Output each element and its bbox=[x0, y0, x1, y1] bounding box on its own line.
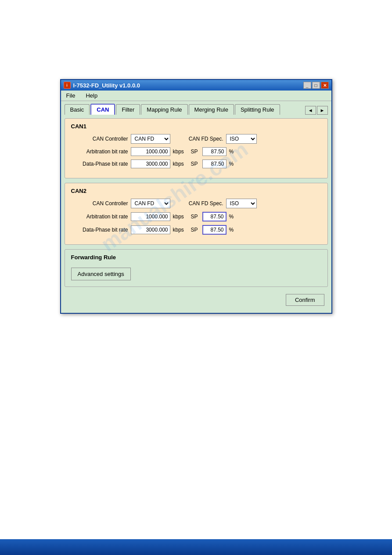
can1-dp-sp-unit: % bbox=[229, 161, 234, 167]
menu-help[interactable]: Help bbox=[84, 92, 99, 99]
content-area: CAN1 CAN Controller CAN FD CAN FD Spec. … bbox=[61, 115, 331, 313]
forwarding-title: Forwarding Rule bbox=[71, 254, 321, 261]
bottom-bar bbox=[0, 539, 392, 555]
can1-fd-spec-select[interactable]: ISO bbox=[226, 134, 257, 144]
can1-data-phase-row: Data-Phase bit rate kbps SP % bbox=[71, 160, 321, 168]
can2-dp-sp-unit: % bbox=[229, 227, 234, 233]
can2-controller-select[interactable]: CAN FD bbox=[131, 199, 170, 208]
restore-button[interactable]: □ bbox=[312, 82, 320, 89]
can1-controller-select[interactable]: CAN FD bbox=[131, 134, 170, 144]
can1-arbitration-row: Arbitration bit rate kbps SP % bbox=[71, 147, 321, 156]
advanced-settings-button[interactable]: Advanced settings bbox=[71, 268, 131, 280]
minimize-button[interactable]: _ bbox=[303, 82, 311, 89]
can2-data-phase-row: Data-Phase bit rate kbps SP % bbox=[71, 225, 321, 235]
can2-arbitration-unit: kbps bbox=[173, 214, 188, 220]
can1-controller-row: CAN Controller CAN FD CAN FD Spec. ISO bbox=[71, 134, 321, 144]
tab-can[interactable]: CAN bbox=[90, 104, 115, 115]
tab-mapping-rule[interactable]: Mapping Rule bbox=[141, 104, 187, 115]
tab-bar: Basic CAN Filter Mapping Rule Merging Ru… bbox=[61, 101, 331, 115]
tab-basic[interactable]: Basic bbox=[65, 104, 90, 115]
can1-arbitration-input[interactable] bbox=[131, 147, 170, 156]
can2-fd-spec-select[interactable]: ISO bbox=[226, 199, 257, 208]
can2-controller-row: CAN Controller CAN FD CAN FD Spec. ISO bbox=[71, 199, 321, 208]
can1-dp-sp-input[interactable] bbox=[202, 160, 227, 168]
tab-prev-button[interactable]: ◄ bbox=[305, 106, 316, 115]
can1-fd-spec-label: CAN FD Spec. bbox=[186, 136, 223, 142]
menu-file[interactable]: File bbox=[65, 92, 77, 99]
menu-bar: File Help bbox=[61, 91, 331, 101]
can2-data-phase-input[interactable] bbox=[131, 225, 170, 234]
tab-filter[interactable]: Filter bbox=[116, 104, 140, 115]
window-icon: i bbox=[64, 82, 71, 89]
confirm-button[interactable]: Confirm bbox=[286, 294, 324, 306]
can2-arbitration-label: Arbitration bit rate bbox=[71, 214, 128, 220]
can1-arb-sp-unit: % bbox=[229, 149, 234, 155]
can1-controller-label: CAN Controller bbox=[71, 136, 128, 142]
tab-splitting-rule[interactable]: Splitting Rule bbox=[235, 104, 280, 115]
close-button[interactable]: ✕ bbox=[321, 82, 329, 89]
can2-dp-sp-label: SP bbox=[191, 227, 200, 233]
title-buttons: _ □ ✕ bbox=[303, 82, 329, 89]
main-window: i I-7532-FD_Utility v1.0.0.0 _ □ ✕ File … bbox=[60, 79, 332, 314]
can1-section: CAN1 CAN Controller CAN FD CAN FD Spec. … bbox=[65, 118, 328, 178]
can1-data-phase-label: Data-Phase bit rate bbox=[71, 161, 128, 167]
confirm-row: Confirm bbox=[65, 291, 328, 309]
title-bar-left: i I-7532-FD_Utility v1.0.0.0 bbox=[64, 82, 140, 89]
can2-controller-label: CAN Controller bbox=[71, 200, 128, 207]
can2-arbitration-row: Arbitration bit rate kbps SP % bbox=[71, 212, 321, 221]
forwarding-section: Forwarding Rule Advanced settings bbox=[65, 249, 328, 287]
tab-merging-rule[interactable]: Merging Rule bbox=[189, 104, 234, 115]
can1-arbitration-unit: kbps bbox=[173, 149, 188, 155]
can1-arbitration-label: Arbitration bit rate bbox=[71, 149, 128, 155]
can2-arbitration-input[interactable] bbox=[131, 212, 170, 221]
can2-dp-sp-input[interactable] bbox=[202, 225, 227, 235]
can1-arb-sp-input[interactable] bbox=[202, 147, 227, 156]
can2-section: CAN2 CAN Controller CAN FD CAN FD Spec. … bbox=[65, 183, 328, 245]
can2-title: CAN2 bbox=[71, 188, 321, 194]
tab-next-button[interactable]: ► bbox=[317, 106, 328, 115]
can2-arb-sp-input[interactable] bbox=[202, 212, 227, 221]
can1-data-phase-input[interactable] bbox=[131, 160, 170, 168]
window-title: I-7532-FD_Utility v1.0.0.0 bbox=[73, 82, 140, 89]
can1-data-phase-unit: kbps bbox=[173, 161, 188, 167]
tab-nav: ◄ ► bbox=[305, 106, 328, 115]
can2-data-phase-label: Data-Phase bit rate bbox=[71, 227, 128, 233]
can2-arb-sp-label: SP bbox=[191, 214, 200, 220]
can1-dp-sp-label: SP bbox=[191, 161, 200, 167]
can2-data-phase-unit: kbps bbox=[173, 227, 188, 233]
can2-arb-sp-unit: % bbox=[229, 214, 234, 220]
can2-fd-spec-label: CAN FD Spec. bbox=[186, 200, 223, 207]
title-bar: i I-7532-FD_Utility v1.0.0.0 _ □ ✕ bbox=[61, 80, 331, 91]
can1-arb-sp-label: SP bbox=[191, 149, 200, 155]
can1-title: CAN1 bbox=[71, 123, 321, 130]
